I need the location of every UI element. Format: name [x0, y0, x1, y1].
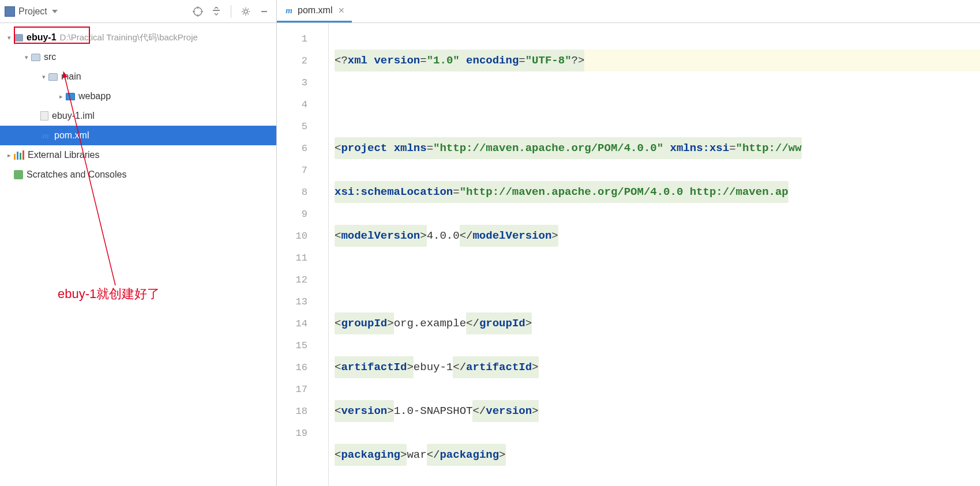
folder-icon [48, 73, 58, 81]
tree-row-src[interactable]: ▾ src [0, 47, 276, 67]
chevron-right-icon[interactable]: ▸ [57, 93, 66, 100]
line-number-gutter: 1 2 3 4 5 6 7 8 9 10 11 12 13 14 15 16 1… [277, 23, 329, 486]
code-line: <project xmlns="http://maven.apache.org/… [335, 137, 980, 159]
line-number: 4 [277, 93, 328, 115]
line-number: 16 [277, 356, 328, 378]
scratches-icon [14, 170, 23, 179]
svg-point-0 [194, 7, 202, 16]
annotation-text: ebuy-1就创建好了 [58, 285, 160, 303]
chevron-right-icon[interactable]: ▸ [5, 152, 14, 159]
line-number: 3 [277, 71, 328, 93]
line-number: 17 [277, 378, 328, 400]
expand-all-button[interactable] [209, 4, 224, 19]
line-number: 9 [277, 203, 328, 225]
project-sidebar: Project ▾ ebuy-1 D:\Practical Training\代… [0, 0, 277, 486]
maven-file-icon: m [40, 130, 51, 141]
project-name: ebuy-1 [27, 32, 57, 43]
code-line: <version>1.0-SNAPSHOT</version> [335, 400, 980, 422]
gear-icon [241, 6, 251, 17]
line-number: 5 [277, 115, 328, 137]
line-number: 13 [277, 291, 328, 312]
line-number: 6 [277, 137, 328, 159]
chevron-down-icon[interactable] [52, 10, 58, 13]
editor-area: m pom.xml ✕ 1 2 3 4 5 6 7 8 9 10 11 12 1… [277, 0, 980, 486]
project-tree: ▾ ebuy-1 D:\Practical Training\代码\backPr… [0, 23, 276, 486]
tree-label: ebuy-1.iml [52, 111, 95, 121]
sidebar-header: Project [0, 0, 276, 23]
library-icon [14, 150, 24, 160]
code-line: xsi:schemaLocation="http://maven.apache.… [335, 181, 980, 203]
tree-row-external-libraries[interactable]: ▸ External Libraries [0, 145, 276, 165]
project-folder-icon [14, 34, 23, 42]
tree-row-iml[interactable]: ▸ ebuy-1.iml [0, 106, 276, 126]
svg-point-6 [244, 10, 247, 13]
project-path: D:\Practical Training\代码\backProje [60, 32, 198, 43]
code-editor[interactable]: 1 2 3 4 5 6 7 8 9 10 11 12 13 14 15 16 1… [277, 23, 980, 486]
line-number: 18 [277, 400, 328, 422]
tree-row-webapp[interactable]: ▸ webapp [0, 86, 276, 106]
folder-icon [31, 54, 40, 61]
close-icon[interactable]: ✕ [338, 6, 345, 15]
line-number: 11 [277, 247, 328, 269]
code-content[interactable]: <?xml version="1.0" encoding="UTF-8"?> <… [329, 23, 980, 486]
file-icon [40, 111, 48, 120]
tree-label: webapp [78, 91, 111, 101]
tree-label: External Libraries [28, 150, 100, 160]
code-line: <groupId>org.example</groupId> [335, 312, 980, 334]
target-icon [193, 6, 203, 17]
tree-label: pom.xml [54, 130, 89, 141]
line-number: 12 [277, 269, 328, 291]
line-number: 14 [277, 312, 328, 334]
line-number: 8 [277, 181, 328, 203]
line-number: 2 [277, 50, 328, 71]
hide-button[interactable] [257, 4, 272, 19]
chevron-down-icon[interactable]: ▾ [22, 54, 31, 61]
locate-button[interactable] [190, 4, 205, 19]
editor-tab-bar: m pom.xml ✕ [277, 0, 980, 23]
line-number: 15 [277, 334, 328, 356]
tab-label: pom.xml [298, 5, 332, 16]
line-number: 10 [277, 225, 328, 247]
code-line: <artifactId>ebuy-1</artifactId> [335, 356, 980, 378]
tree-row-main[interactable]: ▾ main [0, 67, 276, 86]
tree-label: main [61, 71, 81, 82]
code-line [335, 93, 980, 115]
project-view-label[interactable]: Project [18, 6, 47, 17]
chevron-down-icon[interactable]: ▾ [39, 73, 48, 81]
code-line: <modelVersion>4.0.0</modelVersion> [335, 225, 980, 247]
tree-label: src [44, 52, 56, 62]
chevron-down-icon[interactable]: ▾ [5, 34, 14, 42]
line-number: 19 [277, 422, 328, 444]
line-number: 1 [277, 28, 328, 50]
tree-row-pom[interactable]: ▸ m pom.xml [0, 126, 276, 145]
code-line: <packaging>war</packaging> [335, 444, 980, 466]
project-view-icon [5, 6, 15, 17]
tree-row-scratches[interactable]: ▸ Scratches and Consoles [0, 165, 276, 184]
tree-row-project[interactable]: ▾ ebuy-1 D:\Practical Training\代码\backPr… [0, 28, 276, 47]
editor-tab-pom[interactable]: m pom.xml ✕ [277, 0, 352, 22]
code-line [335, 269, 980, 291]
settings-button[interactable] [238, 4, 253, 19]
code-line: <?xml version="1.0" encoding="UTF-8"?> [335, 50, 980, 71]
line-number: 7 [277, 159, 328, 181]
web-folder-icon [66, 93, 75, 100]
collapse-icon [212, 7, 221, 16]
minimize-icon [260, 7, 268, 16]
tree-label: Scratches and Consoles [27, 169, 126, 180]
maven-file-icon: m [284, 5, 294, 16]
